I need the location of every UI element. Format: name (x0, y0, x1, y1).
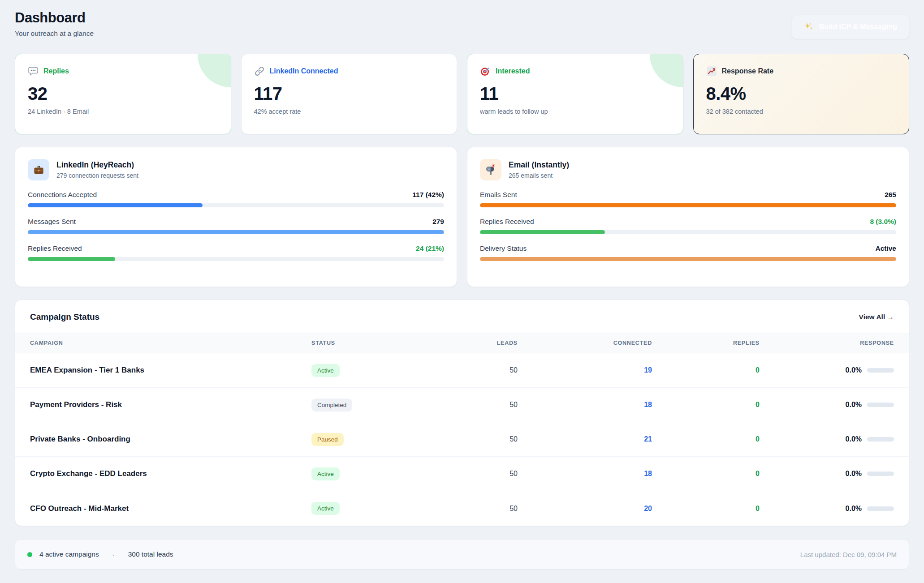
stat-card-linkedin-connected: LinkedIn Connected 117 42% accept rate (241, 54, 458, 134)
progress-bar (480, 257, 896, 261)
response-value: 0.0% (846, 401, 862, 409)
footer-bar: 4 active campaigns · 300 total leads Las… (15, 539, 909, 570)
briefcase-icon (28, 159, 49, 180)
email-channel-panel: Email (Instantly) 265 emails sent Emails… (467, 147, 909, 287)
stat-card-response-rate: Response Rate 8.4% 32 of 382 contacted (693, 54, 910, 134)
channel-subtitle: 265 emails sent (509, 172, 569, 179)
leads-value: 50 (450, 470, 518, 478)
progress-bar (28, 203, 444, 207)
progress-bar (28, 230, 444, 234)
mailbox-icon (480, 159, 501, 180)
header-titles: Dashboard Your outreach at a glance (15, 10, 94, 38)
response-progress-pill (867, 368, 894, 373)
metric-label: Replies Received (28, 244, 82, 253)
response-value: 0.0% (846, 470, 862, 478)
progress-bar (480, 203, 896, 207)
campaign-name: CFO Outreach - Mid-Market (30, 504, 311, 513)
metric-messages-sent: Messages Sent 279 (28, 218, 444, 234)
connected-value[interactable]: 18 (518, 401, 652, 409)
metric-value: 24 (21%) (416, 244, 444, 253)
metric-label: Messages Sent (28, 218, 76, 226)
stat-card-label: Response Rate (722, 67, 774, 75)
metric-delivery-status: Delivery Status Active (480, 244, 896, 261)
channel-title: Email (Instantly) (509, 160, 569, 170)
leads-value: 50 (450, 401, 518, 409)
stat-cards-row: Replies 32 24 LinkedIn · 8 Email LinkedI… (15, 54, 909, 134)
table-row[interactable]: Private Banks - Onboarding Paused 50 21 … (15, 422, 909, 457)
channel-title: LinkedIn (HeyReach) (56, 160, 138, 170)
active-status-dot (27, 552, 32, 557)
campaign-name: Payment Providers - Risk (30, 400, 311, 409)
page-subtitle: Your outreach at a glance (15, 30, 94, 38)
column-header-status: STATUS (311, 340, 450, 346)
metric-value: 279 (432, 218, 444, 226)
linkedin-channel-panel: LinkedIn (HeyReach) 279 connection reque… (15, 147, 457, 287)
response-value: 0.0% (846, 435, 862, 443)
column-header-response: RESPONSE (760, 340, 894, 346)
column-header-replies: REPLIES (652, 340, 760, 346)
stat-card-label: LinkedIn Connected (270, 67, 338, 75)
leads-value: 50 (450, 366, 518, 374)
total-leads-count: 300 total leads (128, 550, 173, 558)
replies-value: 0 (652, 470, 760, 478)
dot-separator: · (106, 551, 121, 558)
channel-panels-row: LinkedIn (HeyReach) 279 connection reque… (15, 147, 909, 287)
column-header-connected: CONNECTED (518, 340, 652, 346)
response-progress-pill (867, 472, 894, 476)
status-badge: Completed (311, 399, 352, 412)
status-badge: Active (311, 467, 340, 480)
dashboard-page: Dashboard Your outreach at a glance Buil… (0, 0, 924, 583)
connected-value[interactable]: 20 (518, 505, 652, 513)
table-row[interactable]: Crypto Exchange - EDD Leaders Active 50 … (15, 457, 909, 491)
response-value: 0.0% (846, 505, 862, 513)
metric-emails-sent: Emails Sent 265 (480, 191, 896, 207)
response-progress-pill (867, 506, 894, 511)
campaign-name: Crypto Exchange - EDD Leaders (30, 469, 311, 478)
progress-bar-fill (28, 203, 203, 207)
progress-bar (480, 230, 896, 234)
connected-value[interactable]: 19 (518, 366, 652, 374)
metric-replies-received: Replies Received 24 (21%) (28, 244, 444, 261)
connected-value[interactable]: 21 (518, 435, 652, 443)
speech-balloon-icon (28, 66, 39, 77)
last-updated-timestamp: Last updated: Dec 09, 09:04 PM (800, 551, 897, 558)
stat-card-sub: warm leads to follow up (480, 108, 670, 115)
replies-value: 0 (652, 401, 760, 409)
leads-value: 50 (450, 435, 518, 443)
progress-bar-fill (480, 257, 896, 261)
progress-bar-fill (480, 203, 896, 207)
replies-value: 0 (652, 505, 760, 513)
chart-increasing-icon (706, 66, 717, 77)
status-badge: Paused (311, 433, 344, 446)
page-title: Dashboard (15, 10, 94, 26)
table-row[interactable]: CFO Outreach - Mid-Market Active 50 20 0… (15, 491, 909, 526)
table-row[interactable]: Payment Providers - Risk Completed 50 18… (15, 388, 909, 422)
metric-label: Emails Sent (480, 191, 517, 199)
metric-value: 265 (885, 191, 896, 199)
progress-bar-fill (480, 230, 605, 234)
build-icp-messaging-button[interactable]: Build ICP & Messaging (792, 15, 909, 39)
replies-value: 0 (652, 435, 760, 443)
campaign-name: Private Banks - Onboarding (30, 435, 311, 444)
stat-card-replies: Replies 32 24 LinkedIn · 8 Email (15, 54, 231, 134)
stat-card-label: Interested (496, 67, 530, 75)
stat-card-label: Replies (43, 67, 69, 75)
metric-value: 8 (3.0%) (870, 218, 896, 226)
channel-subtitle: 279 connection requests sent (56, 172, 138, 179)
column-header-leads: LEADS (450, 340, 518, 346)
campaign-status-title: Campaign Status (30, 312, 99, 322)
stat-card-sub: 42% accept rate (254, 108, 445, 115)
metric-replies-received: Replies Received 8 (3.0%) (480, 218, 896, 234)
build-icp-messaging-label: Build ICP & Messaging (819, 23, 897, 31)
connected-value[interactable]: 18 (518, 470, 652, 478)
stat-card-value: 11 (480, 84, 670, 104)
stat-card-value: 8.4% (706, 84, 897, 104)
table-row[interactable]: EMEA Expansion - Tier 1 Banks Active 50 … (15, 353, 909, 388)
view-all-link[interactable]: View All → (859, 313, 894, 321)
status-badge: Active (311, 364, 340, 377)
stat-card-interested: Interested 11 warm leads to follow up (467, 54, 683, 134)
active-campaigns-count: 4 active campaigns (39, 550, 99, 558)
campaign-status-panel: Campaign Status View All → CAMPAIGN STAT… (15, 300, 909, 526)
stat-card-sub: 32 of 382 contacted (706, 108, 897, 115)
leads-value: 50 (450, 505, 518, 513)
